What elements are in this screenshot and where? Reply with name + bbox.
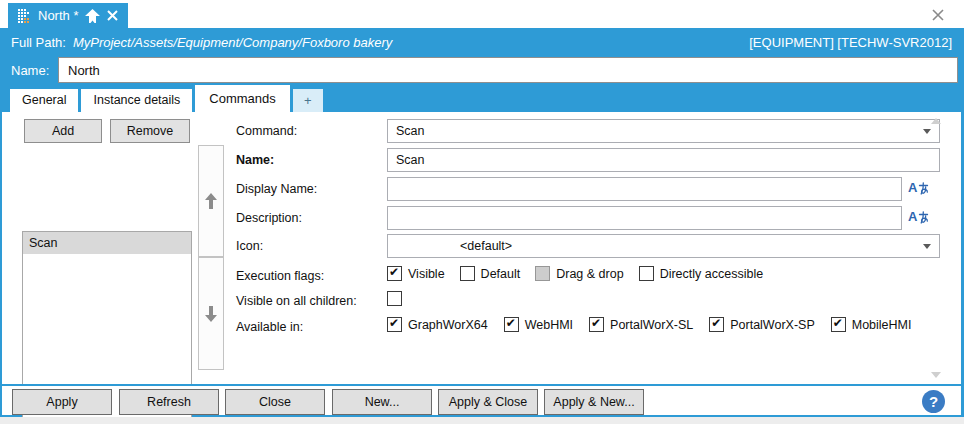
checkbox-default[interactable]: Default [460,266,521,281]
checkbox-portalworx-sl[interactable]: PortalWorX-SL [589,317,693,332]
execution-flags-label: Execution flags: [236,269,324,283]
checkbox-visible[interactable]: Visible [387,266,445,281]
visible-children-row [387,291,402,306]
add-button[interactable]: Add [24,119,102,143]
document-tab-bar: North * [0,0,964,28]
command-combobox[interactable]: Scan [387,119,940,143]
available-in-label: Available in: [236,320,303,334]
checkbox-webhmi[interactable]: WebHMI [504,317,573,332]
tab-commands[interactable]: Commands [195,85,289,112]
checkbox-box[interactable] [387,317,402,332]
checkbox-box[interactable] [387,266,402,281]
scroll-up-icon[interactable] [931,118,941,124]
apply-new-button[interactable]: Apply & New... [544,389,644,415]
window-close-icon[interactable] [930,7,946,23]
localize-icon[interactable]: A [908,209,929,224]
checkbox-box[interactable] [387,291,402,306]
document-tab-title: North * [38,8,78,23]
icon-value: <default> [460,239,512,253]
scroll-down-icon[interactable] [931,372,941,378]
chevron-down-icon[interactable] [923,244,931,249]
workbench-window: North * Full Path: MyProject/Assets/Equi… [0,0,964,424]
equipment-editor-dialog: Full Path: MyProject/Assets/Equipment/Co… [0,28,964,417]
name-row: Name: North [2,56,961,84]
execution-flags-row: Visible Default Drag & drop Directly acc… [387,266,763,281]
checkbox-box[interactable] [535,266,550,281]
checkbox-box[interactable] [460,266,475,281]
name-label: Name: [2,63,58,78]
context-info: [EQUIPMENT] [TECHW-SVR2012] [749,35,952,50]
icon-combobox[interactable]: <default> [387,234,940,258]
checkbox-graphworx64[interactable]: GraphWorX64 [387,317,488,332]
checkbox-directly-accessible[interactable]: Directly accessible [639,266,764,281]
list-item-scan[interactable]: Scan [23,232,191,254]
display-name-input[interactable] [387,177,902,201]
commands-tab-content: Add Remove Scan Command: Scan [2,112,961,384]
footer-button-bar: Apply Refresh Close New... Apply & Close… [2,386,961,415]
full-path-value: MyProject/Assets/Equipment/Company/Foxbo… [73,35,392,50]
available-in-row: GraphWorX64 WebHMI PortalWorX-SL PortalW… [387,317,911,332]
hiragana-a-glyph [918,182,929,195]
command-value: Scan [396,124,425,138]
command-name-label: Name: [236,153,274,167]
description-input[interactable] [387,206,902,230]
checkbox-box[interactable] [504,317,519,332]
tab-instance-details[interactable]: Instance details [81,89,192,112]
document-tab-north[interactable]: North * [8,3,128,28]
chevron-down-icon[interactable] [923,129,931,134]
move-up-button[interactable] [198,145,224,257]
apply-close-button[interactable]: Apply & Close [438,389,538,415]
checkbox-visible-children[interactable] [387,291,402,306]
full-path-row: Full Path: MyProject/Assets/Equipment/Co… [2,28,961,56]
help-button[interactable]: ? [922,390,945,413]
command-name-input[interactable]: Scan [387,148,940,172]
display-name-label: Display Name: [236,182,317,196]
arrow-up-icon [205,193,217,209]
refresh-button[interactable]: Refresh [119,389,219,415]
checkbox-drag-drop[interactable]: Drag & drop [535,266,623,281]
remove-button[interactable]: Remove [110,119,190,143]
tab-add[interactable]: + [293,89,323,112]
apply-button[interactable]: Apply [12,389,112,415]
status-strip [0,417,964,424]
arrow-down-icon [205,306,217,322]
checkbox-box[interactable] [589,317,604,332]
full-path-label: Full Path: [11,35,66,50]
close-button[interactable]: Close [225,389,325,415]
navigate-up-icon[interactable] [85,9,100,23]
checkbox-box[interactable] [709,317,724,332]
name-input[interactable]: North [58,57,958,83]
new-button[interactable]: New... [332,389,432,415]
visible-children-label: Visible on all children: [236,294,357,308]
description-label: Description: [236,211,302,225]
tab-general[interactable]: General [10,89,78,112]
move-down-button[interactable] [198,257,224,370]
tab-strip: General Instance details Commands + [2,84,961,112]
equipment-icon [18,9,31,23]
command-label: Command: [236,124,297,138]
checkbox-box[interactable] [639,266,654,281]
icon-label: Icon: [236,239,263,253]
hiragana-a-glyph [918,211,929,224]
checkbox-box[interactable] [831,317,846,332]
tab-close-icon[interactable] [107,10,118,21]
checkbox-portalworx-sp[interactable]: PortalWorX-SP [709,317,815,332]
localize-icon[interactable]: A [908,180,929,195]
checkbox-mobilehmi[interactable]: MobileHMI [831,317,912,332]
